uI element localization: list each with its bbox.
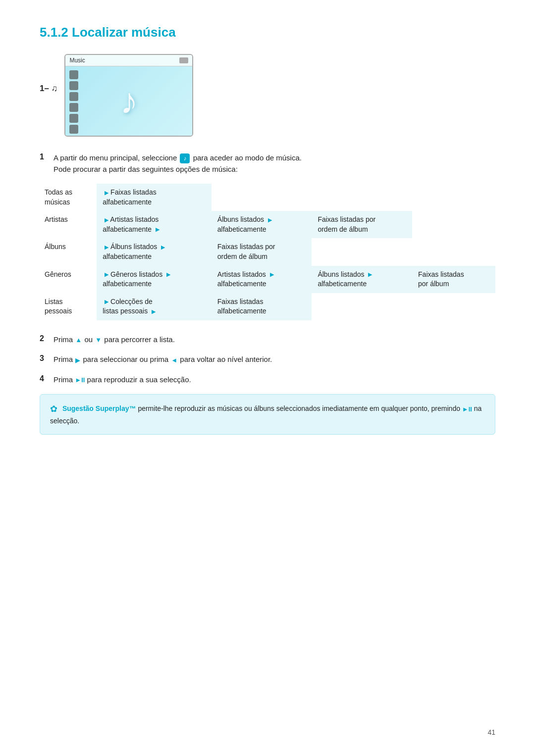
device-sidebar-item-4 (69, 103, 78, 112)
step-2-text: Prima ▲ ou ▼ para percorrer a lista. (54, 334, 175, 346)
device-music-note-icon: ♪ (120, 81, 138, 121)
nav-cell: Álbuns listados ▶ alfabeticamente (212, 211, 312, 238)
nav-arrow-icon: ▶ (105, 216, 108, 224)
nav-arrow-icon: ▶ (105, 189, 108, 197)
nav-arrow-icon: ▶ (270, 271, 274, 278)
step-1-text: A partir do menu principal, seleccione ♪… (54, 152, 302, 175)
nav-arrow-icon: ▶ (152, 308, 156, 315)
step-4-text: Prima ►II para reproduzir a sua selecção… (54, 374, 191, 386)
step-4-number: 4 (40, 374, 54, 383)
nav-arrow-icon: ▶ (105, 244, 108, 251)
nav-arrow-icon: ▶ (156, 226, 160, 233)
device-titlebar: Music (65, 55, 192, 66)
device-sidebar-item-3 (69, 92, 78, 101)
table-row: Gêneros ▶ Gêneros listados ▶ alfabeticam… (40, 266, 495, 293)
nav-cell: ▶ Colecções delistas pessoais ▶ (97, 293, 212, 320)
step-1-number: 1 (40, 152, 54, 161)
nav-row-header: Artistas (40, 211, 97, 238)
nav-row-header: Todas asmúsicas (40, 184, 97, 211)
nav-row-header: Álbuns (40, 238, 97, 265)
nav-row-header: Listaspessoais (40, 293, 97, 320)
step-2-number: 2 (40, 334, 54, 343)
nav-row-header: Gêneros (40, 266, 97, 293)
nav-arrow-icon: ▶ (368, 271, 372, 278)
table-row: Álbuns ▶ Álbuns listados ▶ alfabeticamen… (40, 238, 495, 265)
device-sidebar (69, 70, 78, 134)
music-mode-icon: ♪ (180, 153, 190, 163)
nav-cell: ▶ Faixas listadasalfabeticamente (97, 184, 212, 211)
left-arrow-icon: ◄ (171, 355, 177, 365)
device-battery-icon (179, 57, 188, 63)
step-3-number: 3 (40, 354, 54, 363)
table-row: Listaspessoais ▶ Colecções delistas pess… (40, 293, 495, 320)
nav-cell: Artistas listados ▶ alfabeticamente (212, 266, 312, 293)
device-body: ♪ (65, 66, 192, 136)
step-3-text: Prima ▶ para seleccionar ou prima ◄ para… (54, 354, 272, 365)
nav-cell: Álbuns listados ▶ alfabeticamente (312, 266, 412, 293)
device-frame: Music ♪ (64, 54, 193, 137)
section-title: 5.1.2 Localizar música (40, 25, 495, 40)
nav-cell: Faixas listadaspor álbum (412, 266, 495, 293)
device-sidebar-item-1 (69, 70, 78, 79)
page-number: 41 (487, 728, 495, 736)
nav-cell: Faixas listadas porordem de álbum (212, 238, 312, 265)
device-sidebar-item-2 (69, 81, 78, 90)
device-screenshot-container: 1– ♫ Music ♪ (40, 54, 495, 137)
step-2: 2 Prima ▲ ou ▼ para percorrer a lista. (40, 334, 495, 346)
down-arrow-icon: ▼ (95, 335, 102, 345)
device-titlebar-label: Music (69, 57, 85, 64)
device-step-arrow: 1– ♫ (40, 84, 57, 94)
nav-arrow-icon: ▶ (268, 216, 272, 224)
device-sidebar-item-5 (69, 114, 78, 123)
navigation-table: Todas asmúsicas ▶ Faixas listadasalfabet… (40, 184, 495, 320)
step-3: 3 Prima ▶ para seleccionar ou prima ◄ pa… (40, 354, 495, 365)
step-4: 4 Prima ►II para reproduzir a sua selecç… (40, 374, 495, 386)
tip-icon: ✿ (50, 403, 57, 416)
step-1: 1 A partir do menu principal, seleccione… (40, 152, 495, 175)
up-arrow-icon: ▲ (75, 335, 82, 345)
tip-text: permite-lhe reproduzir as músicas ou álb… (138, 405, 460, 413)
device-sidebar-item-6 (69, 125, 78, 134)
play-pause-icon: ►II (75, 375, 85, 385)
nav-cell: ▶ Artistas listadosalfabeticamente ▶ (97, 211, 212, 238)
table-row: Artistas ▶ Artistas listadosalfabeticame… (40, 211, 495, 238)
table-row: Todas asmúsicas ▶ Faixas listadasalfabet… (40, 184, 495, 211)
nav-arrow-icon: ▶ (105, 271, 108, 278)
nav-arrow-icon: ▶ (161, 244, 165, 251)
nav-cell: ▶ Gêneros listados ▶ alfabeticamente (97, 266, 212, 293)
nav-cell: Faixas listadas porordem de álbum (312, 211, 412, 238)
nav-cell: ▶ Álbuns listados ▶ alfabeticamente (97, 238, 212, 265)
nav-cell: Faixas listadasalfabeticamente (212, 293, 312, 320)
right-arrow-icon: ▶ (75, 355, 80, 365)
tip-bold-text: Sugestão Superplay™ (62, 405, 136, 413)
tip-box: ✿ Sugestão Superplay™ permite-lhe reprod… (40, 394, 495, 435)
nav-arrow-icon: ▶ (105, 298, 108, 305)
tip-play-pause-icon: ►II (462, 404, 472, 414)
nav-arrow-icon: ▶ (166, 271, 170, 278)
